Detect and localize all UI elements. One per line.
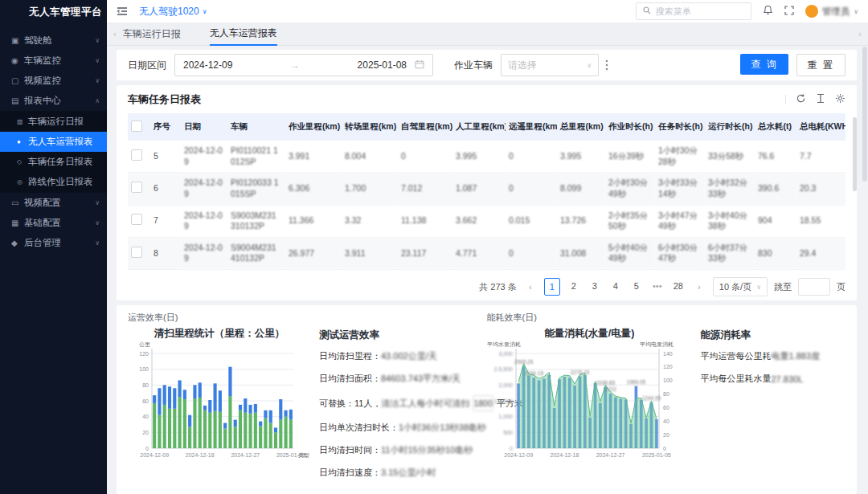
row-checkbox[interactable] xyxy=(131,214,142,225)
column-header: 任务时长(h) xyxy=(655,113,705,141)
svg-text:500: 500 xyxy=(503,430,513,435)
stat-label: 日均清扫速度： xyxy=(319,467,381,479)
fullscreen-icon[interactable] xyxy=(784,4,794,18)
user-menu[interactable]: 管理员 ∨ xyxy=(805,5,858,18)
sweep-mileage-chart-box: 清扫里程统计（里程：公里） 020406080100120公里2024-12-0… xyxy=(128,325,311,489)
row-checkbox[interactable] xyxy=(131,247,142,258)
stat-row: 日均清扫面积：84603.743平方米/天 xyxy=(319,373,487,385)
column-height-icon[interactable] xyxy=(816,92,825,107)
page-number-2[interactable]: 2 xyxy=(567,278,581,294)
row-checkbox[interactable] xyxy=(131,182,142,193)
date-range-label: 日期区间 xyxy=(128,59,166,72)
menu-item-icon: ▭ xyxy=(11,198,24,207)
stat-row: 日均清扫速度：3.15公里/小时 xyxy=(319,467,487,479)
page-number-5[interactable]: 5 xyxy=(629,278,644,294)
page-number-4[interactable]: 4 xyxy=(608,278,623,294)
page-scrollbar[interactable] xyxy=(862,47,867,488)
svg-text:60: 60 xyxy=(663,405,669,410)
svg-text:120: 120 xyxy=(139,351,149,357)
page-number-3[interactable]: 3 xyxy=(588,278,602,294)
value-cell: 33分58秒 xyxy=(705,141,755,173)
stat-value: 43.002公里/天 xyxy=(381,350,437,362)
date-start[interactable]: 2024-12-09 xyxy=(183,59,232,71)
jump-page-input[interactable] xyxy=(798,278,830,296)
avatar xyxy=(805,5,818,18)
column-header: 总电耗(KWH) xyxy=(796,113,845,141)
page-number-•••[interactable]: ••• xyxy=(650,278,665,294)
sidebar-item-视频监控[interactable]: ▢视频监控∨ xyxy=(0,71,107,91)
column-header: 远遥里程(km) xyxy=(506,113,557,141)
header-checkbox-cell xyxy=(128,113,150,141)
energy-efficiency-section: 能耗效率(日) 能量消耗(水量/电量) 05001,0001.5,5002,00… xyxy=(487,312,846,488)
tab-vehicle-run-daily[interactable]: 车辆运行日报 xyxy=(123,22,181,45)
svg-text:2024-12-27: 2024-12-27 xyxy=(596,452,624,458)
date-end[interactable]: 2025-01-08 xyxy=(358,59,407,71)
value-cell: 29.4 xyxy=(796,237,845,269)
value-cell: 0 xyxy=(398,141,452,173)
svg-text:平均电量消耗: 平均电量消耗 xyxy=(640,341,674,348)
project-switcher[interactable]: 无人驾驶1020 ∨ xyxy=(139,5,207,18)
stat-label: 可替换：11人， xyxy=(319,398,381,410)
row-checkbox[interactable] xyxy=(131,149,142,161)
replace-area-input[interactable]: 1800 xyxy=(473,395,493,411)
sidebar-item-后台管理[interactable]: ◆后台管理∨ xyxy=(0,233,107,253)
value-cell: 3小时40分38秒 xyxy=(705,205,755,237)
value-cell: 3.911 xyxy=(342,237,398,269)
svg-text:40: 40 xyxy=(663,418,669,424)
sidebar-item-车辆运行日报[interactable]: ▥车辆运行日报 xyxy=(0,112,107,132)
menu-item-label: 视频监控 xyxy=(24,75,61,87)
topbar: 无人驾驶1020 ∨ 搜索菜单 管理员 ∨ xyxy=(107,0,868,22)
refresh-icon[interactable] xyxy=(796,92,806,107)
column-header: 日期 xyxy=(181,113,227,141)
reset-button[interactable]: 重 置 xyxy=(796,54,845,76)
sidebar-item-基础配置[interactable]: ▦基础配置∨ xyxy=(0,213,107,233)
work-vehicle-label: 作业车辆 xyxy=(454,59,493,72)
sidebar-item-车辆监控[interactable]: ◉车辆监控∨ xyxy=(0,51,107,71)
notification-bell-icon[interactable] xyxy=(763,4,773,18)
svg-text:2024-12-27: 2024-12-27 xyxy=(231,452,260,458)
value-cell: 3.995 xyxy=(452,141,506,173)
value-cell: 6小时30分47秒 xyxy=(655,237,705,269)
tab-unmanned-operation-report[interactable]: 无人车运营报表 xyxy=(210,22,277,46)
select-all-checkbox[interactable] xyxy=(131,120,142,132)
more-options-icon[interactable] xyxy=(605,59,608,71)
table-scrollbar[interactable] xyxy=(853,117,857,191)
collapse-sidebar-icon[interactable] xyxy=(117,6,128,16)
next-page-icon[interactable]: › xyxy=(692,279,706,295)
row-index-cell: 5 xyxy=(150,141,181,173)
svg-text:20: 20 xyxy=(663,432,669,438)
per-page-select[interactable]: 10 条/页 ∨ xyxy=(713,277,768,296)
date-range-picker[interactable]: 2024-12-09 → 2025-01-08 xyxy=(174,54,433,76)
sidebar-item-路线作业日报表[interactable]: ◎路线作业日报表 xyxy=(0,172,107,192)
page-number-28[interactable]: 28 xyxy=(671,278,686,294)
tabs-scroll-right-icon[interactable]: › xyxy=(852,29,868,39)
svg-text:2,000: 2,000 xyxy=(498,382,513,388)
sidebar-item-无人车运营报表[interactable]: ●无人车运营报表 xyxy=(0,132,107,152)
search-placeholder: 搜索菜单 xyxy=(656,6,691,18)
svg-text:80: 80 xyxy=(663,391,669,397)
menu-item-icon: ◇ xyxy=(17,158,28,165)
stat-row: 平均每公里耗水量27.830L xyxy=(701,373,846,385)
stat-value: 27.830L xyxy=(772,374,804,384)
page-number-1[interactable]: 1 xyxy=(544,278,560,296)
prev-page-icon[interactable]: ‹ xyxy=(523,279,538,295)
search-box[interactable]: 搜索菜单 xyxy=(636,2,751,20)
sidebar-item-车辆任务日报表[interactable]: ◇车辆任务日报表 xyxy=(0,152,107,172)
scrollbar-thumb[interactable] xyxy=(862,47,867,182)
menu-item-label: 报表中心 xyxy=(24,95,61,107)
tabs-scroll-left-icon[interactable]: ‹ xyxy=(107,29,123,39)
menu-item-label: 视频配置 xyxy=(24,197,61,209)
work-vehicle-select[interactable]: 请选择 ∨ xyxy=(501,54,599,76)
svg-text:1244.95: 1244.95 xyxy=(641,395,661,401)
value-cell: 0 xyxy=(506,141,557,173)
sidebar-item-视频配置[interactable]: ▭视频配置∨ xyxy=(0,193,107,213)
jump-to-label: 跳至 xyxy=(774,281,792,293)
operation-efficiency-section: 运营效率(日) 清扫里程统计（里程：公里） 020406080100120公里2… xyxy=(128,312,487,488)
value-cell: 0.015 xyxy=(506,205,557,237)
svg-text:0: 0 xyxy=(510,446,513,451)
value-cell: 3.991 xyxy=(285,141,342,173)
query-button[interactable]: 查 询 xyxy=(740,54,788,75)
sidebar-item-驾驶舱[interactable]: ▣驾驶舱∨ xyxy=(0,31,107,51)
sidebar-item-报表中心[interactable]: ▤报表中心∧ xyxy=(0,91,107,111)
settings-gear-icon[interactable] xyxy=(835,92,845,107)
